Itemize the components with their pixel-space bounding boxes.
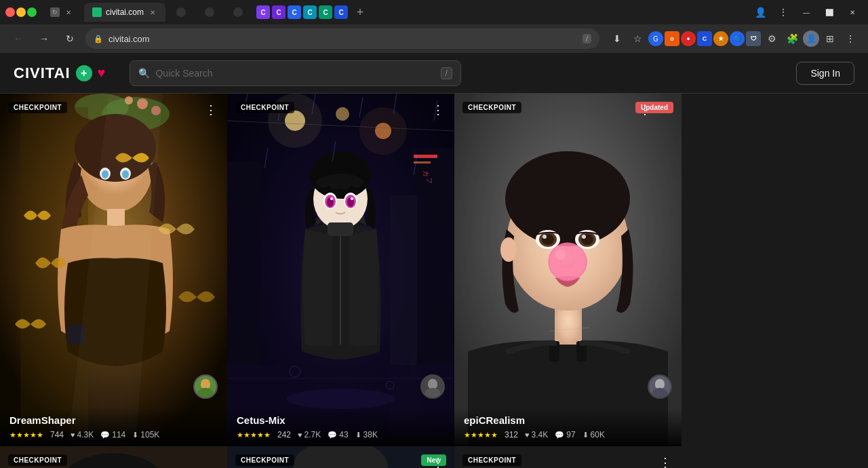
ext-orange[interactable]: o [665,31,679,46]
cetus-likes: ♥ 2.7K [298,430,321,440]
profile-btn[interactable]: 👤 [750,2,770,22]
ext-green[interactable]: C [319,5,332,19]
download-icon: ⬇ [132,431,138,440]
tab-gh1[interactable] [168,3,194,22]
bottom-card-2[interactable]: CHECKPOINT New ⋮ [227,446,454,468]
extensions-btn[interactable]: 🧩 [783,29,802,48]
browser-actions: ⬇ ☆ G o ● C ★ 🔵 🛡 ⚙ 🧩 👤 ⊞ ⋮ [608,29,860,48]
card-cetus-mix[interactable]: カ フ [227,94,454,446]
epicrealism-downloads: ⬇ 60K [583,430,605,440]
cetus-creator-avatar[interactable] [420,374,445,399]
tab-gh3[interactable] [225,3,251,22]
card-epicrealism-stats: ★★★★★ 312 ♥ 3.4K 💬 97 ⬇ 60K [464,430,672,440]
address-bar[interactable]: 🔒 civitai.com / [85,28,599,49]
ext-blue-1[interactable]: C [288,5,301,19]
epicrealism-comments: 💬 97 [555,430,575,440]
card-dreamshaper[interactable]: CHECKPOINT ⋮ DreamShaper ★★★★★ 744 [0,94,227,446]
card-epicrealism[interactable]: CHECKPOINT Updated ⋮ epiCRealism ★★★★★ 3… [454,94,682,446]
download-icon-3: ⬇ [583,431,589,440]
heart-icon-2: ♥ [298,431,302,439]
ext-yellow[interactable]: ★ [713,31,728,46]
card-cetus-footer: Cetus-Mix ★★★★★ 242 ♥ 2.7K 💬 43 ⬇ 38K [227,408,454,446]
ext-purple-1[interactable]: C [256,5,270,19]
svg-text:カ: カ [422,170,430,177]
epicrealism-rating-count: 312 [505,430,518,440]
tab-bar: ↻ ✕ civitai.com ✕ C C C C C C + [0,0,868,24]
favorites-button[interactable]: ♥ [98,65,106,81]
bottom-card-row: CHECKPOINT CHECKPOINT New ⋮ CHECKPOINT ⋮ [0,446,868,468]
ext-shield[interactable]: 🛡 [746,31,761,46]
window-maximize[interactable] [27,7,37,17]
card-dreamshaper-menu[interactable]: ⋮ [201,100,220,119]
ext-red[interactable]: ● [681,31,696,46]
window-close[interactable] [5,7,15,17]
tab-civitai-close[interactable]: ✕ [148,7,157,17]
dreamshaper-comments: 💬 114 [100,430,125,440]
nav-bar: ← → ↻ 🔒 civitai.com / ⬇ ☆ G o ● C ★ 🔵 🛡 … [0,24,868,53]
tab-gh3-favicon [233,7,243,17]
dreamshaper-downloads: ⬇ 105K [132,430,159,440]
tab-gh2[interactable] [197,3,222,22]
cetus-downloads: ⬇ 38K [355,430,378,440]
dreamshaper-rating-count: 744 [50,430,64,440]
bottom-card-3[interactable]: CHECKPOINT ⋮ [454,446,682,468]
card-epicrealism-title: epiCRealism [464,414,672,426]
tab-1[interactable]: ↻ ✕ [42,3,81,22]
ext-teal[interactable]: C [303,5,317,19]
sign-in-button[interactable]: Sign In [796,62,854,85]
tab-1-close[interactable]: ✕ [64,7,73,17]
profile-icon[interactable]: 👤 [803,31,819,47]
more-btn[interactable]: ⋮ [773,2,793,22]
reload-button[interactable]: ↻ [60,28,80,49]
add-model-button[interactable]: + [76,65,92,81]
window-close-btn[interactable]: ✕ [842,2,863,22]
svg-point-33 [359,107,407,155]
dreamshaper-comments-count: 114 [112,430,125,440]
new-tab-button[interactable]: + [351,3,370,22]
lock-icon: 🔒 [94,35,103,43]
card-cetus-menu[interactable]: ⋮ [429,100,448,119]
tab-gh1-favicon [176,7,186,17]
tab-1-favicon: ↻ [50,7,60,17]
bottom-card-3-menu[interactable]: ⋮ [656,453,675,468]
cetus-illustration: カ フ [227,94,454,446]
settings-btn[interactable]: ⚙ [762,29,781,48]
epicrealism-illustration [454,94,682,446]
ext-blue-4[interactable]: 🔵 [730,31,745,46]
ext-blue-2[interactable]: C [334,5,348,19]
card-epicrealism-menu[interactable]: ⋮ [635,100,654,119]
search-icon: 🔍 [138,68,150,79]
heart-icon-3: ♥ [525,431,530,439]
ext-purple-2[interactable]: C [272,5,285,19]
bookmark-btn[interactable]: ☆ [628,29,647,48]
comment-icon-3: 💬 [555,431,564,440]
dreamshaper-creator-avatar[interactable] [193,374,218,399]
downloads-btn[interactable]: ⬇ [608,29,627,48]
google-btn[interactable]: G [648,31,663,46]
card-dreamshaper-image [0,94,227,446]
bottom-card-2-menu[interactable]: ⋮ [429,453,448,468]
sidebar-btn[interactable]: ⊞ [821,29,840,48]
epicrealism-creator-avatar[interactable] [648,374,672,399]
cetus-stars: ★★★★★ [237,431,271,440]
logo-text[interactable]: CIVITAI [14,64,71,82]
menu-btn[interactable]: ⋮ [841,29,860,48]
epicrealism-stars: ★★★★★ [464,431,498,440]
comment-icon-2: 💬 [328,431,337,440]
forward-button[interactable]: → [34,28,54,49]
ext-blue-3[interactable]: C [697,31,712,46]
back-button[interactable]: ← [8,28,28,49]
card-cetus-image: カ フ [227,94,454,446]
window-minimize[interactable] [16,7,26,17]
tab-civitai[interactable]: civitai.com ✕ [84,3,165,22]
card-epicrealism-footer: epiCRealism ★★★★★ 312 ♥ 3.4K 💬 97 ⬇ 60K [454,408,682,446]
bottom-card-1[interactable]: CHECKPOINT [0,446,227,468]
svg-point-67 [500,237,517,262]
search-input[interactable]: Quick Search [155,68,435,79]
svg-point-74 [542,235,547,239]
window-min-btn[interactable]: — [796,2,816,22]
card-epicrealism-badge: CHECKPOINT [462,102,521,113]
url-text: civitai.com [108,34,577,44]
window-restore-btn[interactable]: ⬜ [819,2,840,22]
search-bar[interactable]: 🔍 Quick Search / [130,60,460,86]
